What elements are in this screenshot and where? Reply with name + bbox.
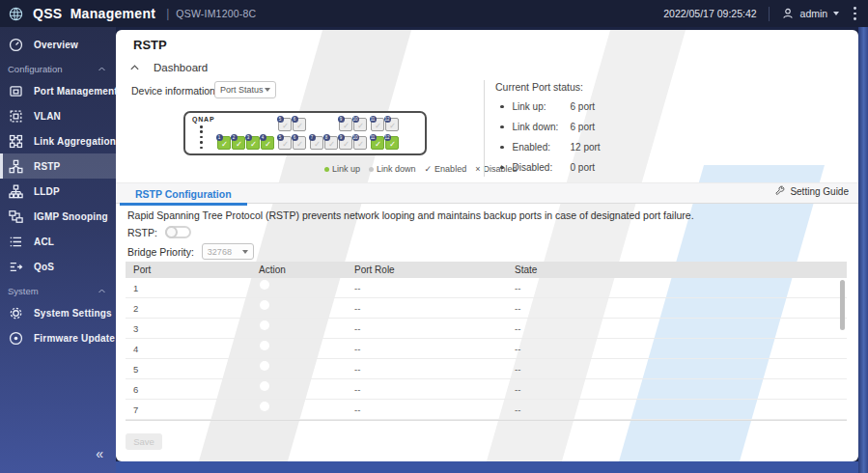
table-scrollbar[interactable] [840,280,845,418]
rstp-enable-toggle[interactable] [165,226,191,238]
sidebar-collapse-button[interactable]: « [96,446,102,461]
right-accent-band [858,27,868,473]
state-cell: -- [507,404,847,415]
check-icon: ✓ [357,139,364,149]
port-12-indicator: 12✓ [385,136,399,150]
datetime: 2022/05/17 09:25:42 [663,8,756,19]
bullet-icon [500,166,504,170]
port-cell: 5 [126,364,251,375]
dot-icon [369,167,374,172]
link-aggregation-icon [8,133,24,150]
sidebar-section-system[interactable]: System [0,281,116,300]
sidebar-item-acl[interactable]: ACL [0,229,116,254]
action-cell [251,401,347,418]
check-icon: ✓ [221,139,228,149]
port-management-icon [8,83,24,99]
more-options-button[interactable] [854,7,856,19]
check-icon: ✓ [265,139,271,149]
device-model: QSW-IM1200-8C [176,8,256,19]
setting-guide-link[interactable]: Setting Guide [773,185,849,198]
save-button[interactable]: Save [126,433,162,450]
dashboard-collapse-header[interactable]: Dashboard [129,62,208,73]
username: admin [800,8,828,19]
user-menu[interactable]: admin [781,7,840,20]
chevron-up-icon [129,64,140,71]
table-row: 4---- [126,339,847,359]
tab-rstp-configuration[interactable]: RSTP Configuration [120,183,247,205]
sidebar-section-configuration[interactable]: Configuration [0,59,116,78]
scrollbar-thumb[interactable] [840,280,845,330]
sidebar-item-overview[interactable]: Overview [0,32,116,57]
port-role-cell: -- [347,283,507,293]
sidebar-item-igmp-snooping[interactable]: IGMP Snooping [0,204,116,229]
vlan-icon [8,108,24,125]
port-role-cell: -- [347,384,507,395]
app-title: QSS Management [33,6,155,21]
port-11-indicator: 11✓ [371,118,384,131]
port-cell: 2 [126,303,251,314]
check-icon: ✓ [296,139,303,149]
sidebar-item-lldp[interactable]: LLDP [0,179,116,204]
rstp-toggle-label: RSTP: [127,227,157,238]
port-7-indicator: 7✓ [310,136,323,150]
device-info-label: Device information: [131,85,218,97]
sidebar-item-link-aggregation[interactable]: Link Aggregation [0,128,116,153]
table-row: 6---- [126,379,847,400]
check-icon: ✓ [282,121,289,130]
rstp-icon [8,158,24,175]
user-icon [781,7,795,20]
port-cell: 7 [126,404,251,415]
acl-icon [8,234,24,250]
legend-link-down: Link down [369,164,416,174]
sidebar-item-label: VLAN [34,111,61,122]
action-cell [251,340,347,357]
state-cell: -- [507,303,847,314]
sidebar: OverviewConfigurationPort ManagementVLAN… [0,27,116,473]
port-cell: 1 [126,283,251,293]
bridge-priority-select[interactable]: 32768 [202,243,254,260]
status-value: 6 port [571,101,596,112]
rstp-port-table: PortActionPort RoleState 1----2----3----… [126,262,847,421]
bullet-icon [500,146,504,150]
sidebar-item-port-management[interactable]: Port Management [0,78,116,103]
port-12-indicator: 12✓ [385,118,399,131]
check-icon: ✓ [375,121,381,130]
action-cell [251,360,347,377]
qss-management-window: QSS Management | QSW-IM1200-8C 2022/05/1… [0,0,868,473]
toggle-knob [260,320,269,330]
column-header-port-role: Port Role [347,264,507,275]
legend-label: Enabled [434,164,466,174]
sidebar-item-qos[interactable]: QoS [0,254,116,279]
check-icon: ✓ [282,139,289,149]
sidebar-item-vlan[interactable]: VLAN [0,103,116,128]
toggle-knob [260,381,269,391]
table-row: 2---- [126,298,847,319]
device-brand-label: QNAP [192,116,214,123]
action-cell [251,320,347,337]
sidebar-item-firmware-update[interactable]: Firmware Update [0,325,116,350]
system-settings-icon [8,305,24,321]
sidebar-item-label: RSTP [34,161,60,172]
tab-strip: RSTP Configuration Setting Guide [116,182,858,204]
check-icon: ✓ [343,121,350,130]
sidebar-item-system-settings[interactable]: System Settings [0,300,116,325]
port-status-legend: Link upLink down✓Enabled×Disabled [324,164,517,174]
column-header-action: Action [251,264,347,275]
port-role-cell: -- [347,364,507,375]
port-view-dropdown[interactable]: Port Status [214,81,276,98]
section-label: System [8,286,98,296]
legend-link-up: Link up [324,164,360,174]
toggle-knob [260,402,269,411]
rstp-description: Rapid Spanning Tree Protocol (RSTP) prev… [127,209,845,221]
port-role-cell: -- [347,344,507,354]
check-icon: ✓ [296,121,303,130]
sidebar-item-rstp[interactable]: RSTP [0,153,116,179]
wrench-icon [773,185,786,198]
sidebar-item-label: Firmware Update [34,333,115,344]
status-label: Link down: [513,122,571,132]
state-cell: -- [507,283,847,293]
section-label: Configuration [8,64,98,74]
status-label: Link up: [513,101,571,112]
panel-dots [200,125,203,149]
check-icon: ✓ [389,139,396,149]
